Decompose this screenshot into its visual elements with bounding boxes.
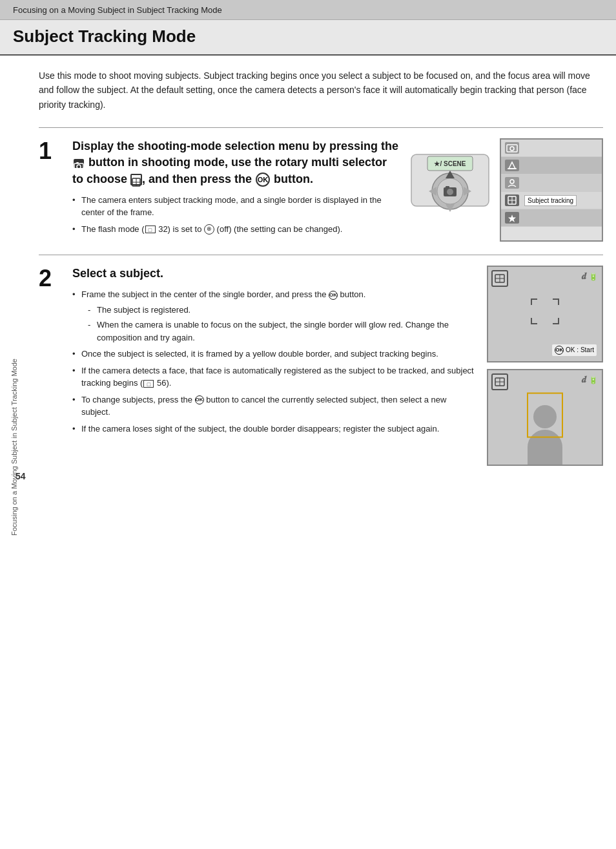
vf2-battery-icon: 🔋 [589,376,598,384]
svg-point-12 [447,189,453,195]
svg-point-19 [510,147,514,151]
title-section: Subject Tracking Mode [0,20,616,56]
vf2-top-right: 𝒅 🔋 [582,374,598,385]
menu-item-scene [501,157,602,174]
page-number: 54 [15,471,26,481]
svg-rect-13 [446,186,449,188]
vf1-start-text: OK : Start [566,346,594,353]
vf2-top-left-icon [491,373,508,390]
step-2-number: 2 [39,267,62,290]
viewfinder-1: 𝒅 🔋 OK [487,266,603,362]
menu-item-subject-tracking: Subject tracking [501,192,602,209]
bracket-br [553,318,559,324]
camera-icon [74,159,84,168]
sidebar-label: Focusing on a Moving Subject in Subject … [10,350,18,544]
main-content: Focusing on a Moving Subject in Subject … [0,56,616,492]
step-1-row: 1 Display the shooting-mode selection me… [39,138,603,242]
subject-tracking-label: Subject tracking [524,195,577,206]
menu-icon-scene [505,160,519,171]
viewfinder-2: 𝒅 🔋 [487,369,603,466]
step-2-bullet-1: Frame the subject in the center of the s… [72,288,474,344]
ok-button-inline: OK [256,173,270,187]
step-1-heading: Display the shooting-mode selection menu… [72,138,400,187]
bracket-bl [531,318,537,324]
menu-icon-camera [505,142,519,154]
vf1-center-bracket [531,299,559,324]
step-1-content: Display the shooting-mode selection menu… [72,138,603,242]
top-header: Focusing on a Moving Subject in Subject … [0,0,616,20]
step-2-content: Select a subject. Frame the subject in t… [72,266,603,466]
page-title: Subject Tracking Mode [13,26,603,47]
step-2-layout: Select a subject. Frame the subject in t… [72,266,603,466]
svg-text:★/ SCENE: ★/ SCENE [434,160,466,167]
menu-icon-star [505,212,519,224]
dial-image: ★/ SCENE [408,145,492,231]
menu-item-star [501,209,602,227]
vf1-top-right: 𝒅 🔋 [582,271,598,282]
step-2-bullet-2: Once the subject is selected, it is fram… [72,348,474,361]
vf1-ok-label: OK OK : Start [552,344,597,356]
step-1-text: Display the shooting-mode selection menu… [72,138,400,239]
flash-off-icon: ⊗ [204,224,214,235]
step-2-sub-bullets: The subject is registered. When the came… [88,304,474,344]
header-text: Focusing on a Moving Subject in Subject … [13,5,222,15]
ok-icon-1: OK [329,291,338,300]
step-2-bullets: Frame the subject in the center of the s… [72,288,474,435]
ok-icon-2: OK [195,395,204,404]
step-2-heading: Select a subject. [72,266,474,282]
ok-circle-vf1: OK [555,346,564,355]
step-1-bullets: The camera enters subject tracking mode,… [72,194,400,236]
menu-screen: Subject tracking [500,138,603,242]
step-1-images: ★/ SCENE [408,138,492,231]
vf2-mode-icon: 𝒅 [582,374,586,384]
step-1-bullet-1: The camera enters subject tracking mode,… [72,194,400,219]
step-2-bullet-3: If the camera detects a face, that face … [72,364,474,390]
bracket-tl [531,299,537,305]
intro-paragraph: Use this mode to shoot moving subjects. … [39,68,594,112]
step-2-section: 2 Select a subject. Frame the subject in… [39,255,603,466]
step-1-bullet-2: The flash mode (□ 32) is set to ⊗ (off) … [72,223,400,236]
step-2-text: Select a subject. Frame the subject in t… [72,266,474,439]
step-2-images: 𝒅 🔋 OK [487,266,603,466]
battery-icon: 🔋 [589,273,598,280]
menu-icon-portrait [505,177,519,189]
svg-rect-2 [76,162,79,163]
bracket-tr [553,299,559,305]
svg-marker-20 [509,162,515,169]
svg-point-22 [510,180,514,183]
book-icon-2: □ [143,380,154,388]
step-2-bullet-5: If the camera loses sight of the subject… [72,423,474,435]
step-1-number: 1 [39,140,62,163]
svg-point-1 [77,165,81,169]
step-1-layout: Display the shooting-mode selection menu… [72,138,603,242]
svg-marker-26 [508,215,516,222]
menu-item-camera [501,140,602,157]
menu-item-portrait [501,174,602,192]
menu-screen-container: Subject tracking [500,138,603,242]
tracking-frame [527,393,563,438]
step-1-section: 1 Display the shooting-mode selection me… [39,127,603,242]
menu-icon-subject [505,194,519,206]
vf1-top-left-icon [491,270,508,287]
step-2-sub-bullet-1: The subject is registered. [88,304,474,317]
step-2-sub-bullet-2: When the camera is unable to focus on th… [88,319,474,344]
step-2-row: 2 Select a subject. Frame the subject in… [39,266,603,466]
book-icon-1: □ [145,225,156,233]
camera-mode-icon: 𝒅 [582,271,586,281]
step-2-bullet-4: To change subjects, press the OK button … [72,393,474,419]
